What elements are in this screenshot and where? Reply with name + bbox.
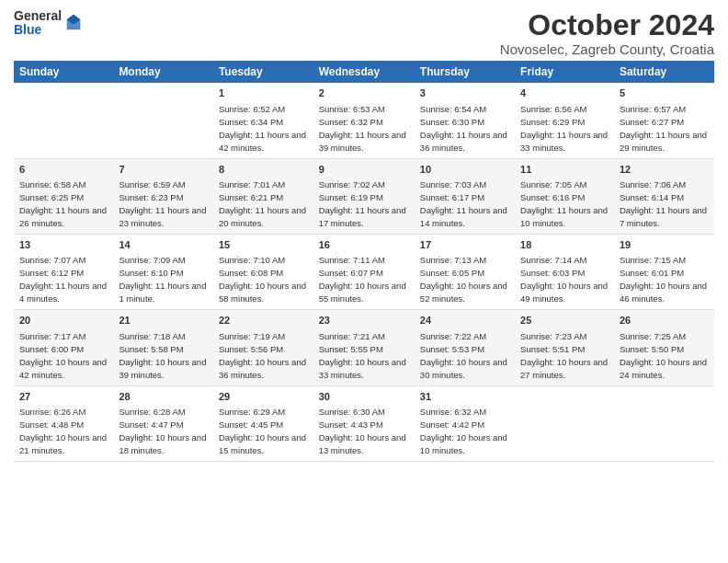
calendar-cell: 18Sunrise: 7:14 AM Sunset: 6:03 PM Dayli… bbox=[515, 234, 614, 309]
calendar-cell: 13Sunrise: 7:07 AM Sunset: 6:12 PM Dayli… bbox=[14, 234, 113, 309]
weekday-header: Thursday bbox=[415, 61, 515, 83]
day-info: Sunrise: 6:53 AM Sunset: 6:32 PM Dayligh… bbox=[319, 104, 406, 153]
calendar-week-row: 27Sunrise: 6:26 AM Sunset: 4:48 PM Dayli… bbox=[14, 385, 714, 461]
day-info: Sunrise: 7:09 AM Sunset: 6:10 PM Dayligh… bbox=[119, 255, 206, 304]
day-info: Sunrise: 6:28 AM Sunset: 4:47 PM Dayligh… bbox=[119, 407, 206, 455]
day-info: Sunrise: 7:19 AM Sunset: 5:56 PM Dayligh… bbox=[219, 331, 306, 380]
day-number: 25 bbox=[520, 314, 609, 327]
calendar-cell: 14Sunrise: 7:09 AM Sunset: 6:10 PM Dayli… bbox=[113, 234, 213, 309]
calendar-cell: 3Sunrise: 6:54 AM Sunset: 6:30 PM Daylig… bbox=[415, 83, 515, 158]
day-number: 10 bbox=[420, 163, 509, 177]
day-info: Sunrise: 6:58 AM Sunset: 6:25 PM Dayligh… bbox=[19, 179, 107, 228]
calendar-cell bbox=[14, 83, 113, 158]
day-info: Sunrise: 6:57 AM Sunset: 6:27 PM Dayligh… bbox=[620, 104, 707, 153]
calendar-cell: 17Sunrise: 7:13 AM Sunset: 6:05 PM Dayli… bbox=[415, 234, 515, 309]
title-block: October 2024 Novoselec, Zagreb County, C… bbox=[500, 9, 714, 57]
calendar-cell: 22Sunrise: 7:19 AM Sunset: 5:56 PM Dayli… bbox=[213, 310, 313, 385]
day-info: Sunrise: 7:10 AM Sunset: 6:08 PM Dayligh… bbox=[219, 255, 306, 304]
day-number: 22 bbox=[219, 314, 308, 327]
calendar-cell bbox=[113, 83, 213, 158]
day-info: Sunrise: 6:32 AM Sunset: 4:42 PM Dayligh… bbox=[420, 407, 507, 455]
day-number: 27 bbox=[19, 390, 108, 404]
day-number: 1 bbox=[219, 86, 308, 100]
calendar-cell: 12Sunrise: 7:06 AM Sunset: 6:14 PM Dayli… bbox=[614, 158, 714, 234]
day-number: 20 bbox=[19, 314, 108, 327]
day-number: 15 bbox=[219, 238, 308, 252]
day-number: 2 bbox=[319, 86, 409, 100]
calendar-cell: 4Sunrise: 6:56 AM Sunset: 6:29 PM Daylig… bbox=[515, 83, 614, 158]
day-info: Sunrise: 7:14 AM Sunset: 6:03 PM Dayligh… bbox=[520, 255, 608, 304]
calendar-cell: 31Sunrise: 6:32 AM Sunset: 4:42 PM Dayli… bbox=[415, 385, 515, 461]
calendar-cell: 1Sunrise: 6:52 AM Sunset: 6:34 PM Daylig… bbox=[213, 83, 313, 158]
calendar-cell bbox=[614, 385, 714, 461]
day-number: 5 bbox=[620, 86, 709, 100]
calendar-cell: 25Sunrise: 7:23 AM Sunset: 5:51 PM Dayli… bbox=[515, 310, 614, 385]
day-number: 19 bbox=[620, 238, 709, 252]
location: Novoselec, Zagreb County, Croatia bbox=[500, 41, 714, 57]
day-number: 6 bbox=[19, 163, 108, 177]
calendar-cell: 30Sunrise: 6:30 AM Sunset: 4:43 PM Dayli… bbox=[313, 385, 415, 461]
day-info: Sunrise: 7:18 AM Sunset: 5:58 PM Dayligh… bbox=[119, 331, 206, 380]
calendar-cell: 2Sunrise: 6:53 AM Sunset: 6:32 PM Daylig… bbox=[313, 83, 415, 158]
day-info: Sunrise: 7:17 AM Sunset: 6:00 PM Dayligh… bbox=[19, 331, 107, 380]
day-info: Sunrise: 7:23 AM Sunset: 5:51 PM Dayligh… bbox=[520, 331, 608, 380]
calendar-cell bbox=[515, 385, 614, 461]
month-title: October 2024 bbox=[500, 9, 714, 41]
day-info: Sunrise: 7:01 AM Sunset: 6:21 PM Dayligh… bbox=[219, 179, 306, 228]
calendar-cell: 27Sunrise: 6:26 AM Sunset: 4:48 PM Dayli… bbox=[14, 385, 113, 461]
calendar-cell: 16Sunrise: 7:11 AM Sunset: 6:07 PM Dayli… bbox=[313, 234, 415, 309]
calendar-week-row: 1Sunrise: 6:52 AM Sunset: 6:34 PM Daylig… bbox=[14, 83, 714, 158]
day-info: Sunrise: 6:29 AM Sunset: 4:45 PM Dayligh… bbox=[219, 407, 306, 455]
day-info: Sunrise: 7:15 AM Sunset: 6:01 PM Dayligh… bbox=[620, 255, 707, 304]
calendar-cell: 28Sunrise: 6:28 AM Sunset: 4:47 PM Dayli… bbox=[113, 385, 213, 461]
calendar-cell: 8Sunrise: 7:01 AM Sunset: 6:21 PM Daylig… bbox=[213, 158, 313, 234]
calendar-cell: 26Sunrise: 7:25 AM Sunset: 5:50 PM Dayli… bbox=[614, 310, 714, 385]
weekday-header: Monday bbox=[113, 61, 213, 83]
calendar-cell: 20Sunrise: 7:17 AM Sunset: 6:00 PM Dayli… bbox=[14, 310, 113, 385]
day-number: 21 bbox=[119, 314, 208, 327]
day-number: 8 bbox=[219, 163, 308, 177]
day-info: Sunrise: 7:02 AM Sunset: 6:19 PM Dayligh… bbox=[319, 179, 406, 228]
day-number: 4 bbox=[520, 86, 609, 100]
day-info: Sunrise: 7:03 AM Sunset: 6:17 PM Dayligh… bbox=[420, 179, 507, 228]
weekday-header: Saturday bbox=[614, 61, 714, 83]
calendar-cell: 6Sunrise: 6:58 AM Sunset: 6:25 PM Daylig… bbox=[14, 158, 113, 234]
calendar-week-row: 6Sunrise: 6:58 AM Sunset: 6:25 PM Daylig… bbox=[14, 158, 714, 234]
day-info: Sunrise: 7:07 AM Sunset: 6:12 PM Dayligh… bbox=[19, 255, 107, 304]
day-info: Sunrise: 6:26 AM Sunset: 4:48 PM Dayligh… bbox=[19, 407, 107, 455]
calendar-table: SundayMondayTuesdayWednesdayThursdayFrid… bbox=[14, 61, 714, 462]
calendar-week-row: 20Sunrise: 7:17 AM Sunset: 6:00 PM Dayli… bbox=[14, 310, 714, 385]
logo-blue-text: Blue bbox=[14, 23, 62, 37]
day-info: Sunrise: 6:56 AM Sunset: 6:29 PM Dayligh… bbox=[520, 104, 608, 153]
weekday-header: Friday bbox=[515, 61, 614, 83]
day-info: Sunrise: 6:30 AM Sunset: 4:43 PM Dayligh… bbox=[319, 407, 406, 455]
calendar-cell: 10Sunrise: 7:03 AM Sunset: 6:17 PM Dayli… bbox=[415, 158, 515, 234]
day-number: 26 bbox=[620, 314, 709, 327]
day-number: 3 bbox=[420, 86, 509, 100]
day-number: 17 bbox=[420, 238, 509, 252]
day-info: Sunrise: 7:11 AM Sunset: 6:07 PM Dayligh… bbox=[319, 255, 406, 304]
weekday-header: Sunday bbox=[14, 61, 113, 83]
calendar-cell: 7Sunrise: 6:59 AM Sunset: 6:23 PM Daylig… bbox=[113, 158, 213, 234]
logo-general-text: General bbox=[14, 9, 62, 23]
weekday-header-row: SundayMondayTuesdayWednesdayThursdayFrid… bbox=[14, 61, 714, 83]
day-number: 18 bbox=[520, 238, 609, 252]
calendar-cell: 23Sunrise: 7:21 AM Sunset: 5:55 PM Dayli… bbox=[313, 310, 415, 385]
day-number: 11 bbox=[520, 163, 609, 177]
calendar-cell: 19Sunrise: 7:15 AM Sunset: 6:01 PM Dayli… bbox=[614, 234, 714, 309]
weekday-header: Wednesday bbox=[313, 61, 415, 83]
calendar-week-row: 13Sunrise: 7:07 AM Sunset: 6:12 PM Dayli… bbox=[14, 234, 714, 309]
calendar-cell: 21Sunrise: 7:18 AM Sunset: 5:58 PM Dayli… bbox=[113, 310, 213, 385]
day-info: Sunrise: 6:59 AM Sunset: 6:23 PM Dayligh… bbox=[119, 179, 206, 228]
day-number: 7 bbox=[119, 163, 208, 177]
day-number: 13 bbox=[19, 238, 108, 252]
logo: General Blue bbox=[14, 9, 84, 38]
day-info: Sunrise: 7:25 AM Sunset: 5:50 PM Dayligh… bbox=[620, 331, 707, 380]
weekday-header: Tuesday bbox=[213, 61, 313, 83]
day-number: 14 bbox=[119, 238, 208, 252]
calendar-cell: 15Sunrise: 7:10 AM Sunset: 6:08 PM Dayli… bbox=[213, 234, 313, 309]
day-number: 16 bbox=[319, 238, 409, 252]
day-info: Sunrise: 6:54 AM Sunset: 6:30 PM Dayligh… bbox=[420, 104, 507, 153]
calendar-cell: 24Sunrise: 7:22 AM Sunset: 5:53 PM Dayli… bbox=[415, 310, 515, 385]
day-info: Sunrise: 6:52 AM Sunset: 6:34 PM Dayligh… bbox=[219, 104, 306, 153]
